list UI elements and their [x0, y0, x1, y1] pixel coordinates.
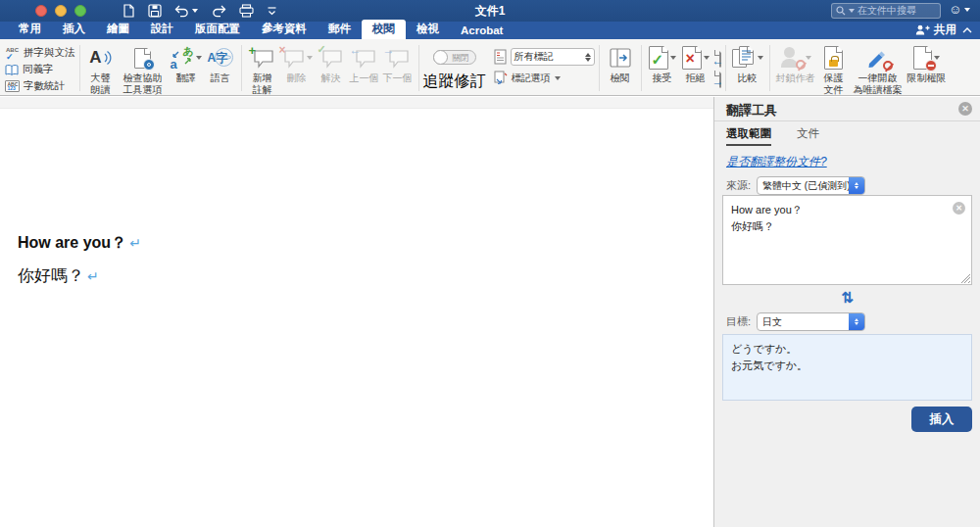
- reviewing-pane-label: 檢閱: [611, 72, 630, 84]
- document-canvas[interactable]: How are you？↵ 你好嗎？↵: [0, 97, 713, 527]
- new-comment-button[interactable]: + 新增註解: [246, 43, 279, 95]
- clear-source-button[interactable]: ✕: [953, 202, 965, 215]
- paragraph-mark-icon: ↵: [87, 269, 99, 284]
- pane-divider: [714, 120, 980, 121]
- translate-button[interactable]: あ a 翻譯: [169, 43, 204, 84]
- add-person-icon: [915, 24, 930, 35]
- tab-insert[interactable]: 插入: [52, 20, 96, 39]
- resize-handle[interactable]: [961, 274, 970, 283]
- tab-view[interactable]: 檢視: [406, 20, 450, 39]
- undo-button[interactable]: [174, 5, 198, 18]
- smiley-icon: ☺: [949, 3, 961, 16]
- ribbon: ABC ✓ 拼字與文法 同義字 ABC 123 字數統計: [0, 39, 980, 96]
- tab-draw[interactable]: 繪圖: [96, 20, 140, 39]
- read-aloud-icon: A: [89, 43, 111, 72]
- spelling-grammar-button[interactable]: ABC ✓ 拼字與文法: [5, 46, 75, 60]
- tab-home[interactable]: 常用: [8, 20, 52, 39]
- always-open-read-only-button[interactable]: 一律開啟為唯讀檔案: [851, 43, 906, 95]
- next-change-button[interactable]: →: [712, 71, 721, 88]
- feedback-caret-icon: [964, 8, 970, 12]
- collapse-ribbon-icon[interactable]: [962, 27, 972, 33]
- block-authors-caret-icon: [806, 56, 811, 60]
- translation-result-text: どうですか。 お元気ですか。: [723, 335, 971, 379]
- minimize-window-button[interactable]: [55, 5, 67, 17]
- pane-tab-selection[interactable]: 選取範圍: [726, 126, 771, 146]
- tab-references[interactable]: 參考資料: [251, 20, 318, 39]
- swap-languages-button[interactable]: ⇅: [714, 289, 980, 307]
- accept-change-button[interactable]: ✓ 接受: [646, 43, 679, 84]
- language-label: 語言: [211, 72, 230, 84]
- reject-caret-icon: [704, 56, 710, 60]
- tab-acrobat[interactable]: Acrobat: [450, 23, 514, 39]
- spelling-grammar-label: 拼字與文法: [24, 46, 75, 60]
- new-document-button[interactable]: [122, 4, 135, 18]
- group-separator: [418, 45, 419, 91]
- select-stepper-icon: [585, 53, 591, 62]
- markup-options-icon: [494, 71, 508, 86]
- delete-comment-label: 刪除: [287, 72, 307, 84]
- zoom-window-button[interactable]: [74, 5, 86, 17]
- close-window-button[interactable]: [35, 5, 47, 17]
- insert-button[interactable]: 插入: [911, 407, 972, 432]
- reviewing-pane-button[interactable]: 檢閱: [604, 43, 637, 84]
- reviewing-pane-icon: [609, 47, 632, 69]
- close-pane-button[interactable]: ✕: [958, 102, 972, 116]
- reject-change-button[interactable]: × 拒絕: [679, 43, 712, 84]
- protect-document-icon: [824, 46, 843, 70]
- delete-comment-button: × 刪除: [279, 43, 315, 84]
- search-input[interactable]: 在文件中搜尋: [831, 3, 941, 19]
- page-top-edge: [0, 97, 713, 109]
- previous-change-button[interactable]: ←: [712, 50, 721, 68]
- reject-change-label: 拒絕: [686, 72, 706, 84]
- word-count-icon: ABC 123: [5, 80, 20, 92]
- print-button[interactable]: [239, 4, 254, 18]
- toggle-state-label: 關閉: [453, 53, 469, 65]
- redo-button[interactable]: [211, 5, 226, 18]
- tab-layout[interactable]: 版面配置: [184, 20, 251, 39]
- spellcheck-icon: ABC ✓: [5, 47, 20, 60]
- translate-caret-icon: [196, 56, 202, 60]
- tab-review[interactable]: 校閱: [362, 20, 406, 39]
- source-language-select[interactable]: 繁體中文 (已偵測到): [757, 176, 865, 195]
- language-globe-icon: A字: [208, 46, 233, 70]
- accept-change-label: 接受: [653, 72, 672, 84]
- toolbar-options-button[interactable]: [267, 6, 277, 17]
- group-separator: [241, 45, 242, 91]
- track-changes-toggle[interactable]: 關閉: [433, 50, 476, 65]
- markup-options-button[interactable]: 標記選項: [494, 71, 595, 86]
- track-changes-label: 追蹤修訂: [423, 72, 486, 92]
- delete-caret-icon: [307, 56, 313, 60]
- source-text-area[interactable]: How are you？ 你好嗎？ ✕: [722, 195, 972, 285]
- search-placeholder: 在文件中搜尋: [858, 4, 916, 18]
- check-accessibility-button[interactable]: 檢查協助工具選項: [118, 43, 169, 95]
- resolve-comment-icon: ✓: [319, 47, 343, 69]
- word-count-button[interactable]: ABC 123 字數統計: [5, 79, 75, 93]
- undo-dropdown-caret-icon[interactable]: [192, 9, 198, 13]
- tab-design[interactable]: 設計: [140, 20, 184, 39]
- resolve-comment-button: ✓ 解決: [315, 43, 348, 84]
- document-text-line2: 你好嗎？: [18, 266, 84, 285]
- delete-comment-icon: ×: [281, 47, 305, 69]
- pane-tab-document[interactable]: 文件: [797, 126, 819, 146]
- protect-document-button[interactable]: 保護文件: [817, 43, 851, 95]
- read-only-pencil-icon: [865, 46, 891, 70]
- save-button[interactable]: [148, 4, 162, 18]
- accept-caret-icon: [670, 56, 676, 60]
- word-count-label: 字數統計: [24, 79, 65, 93]
- read-aloud-button[interactable]: A 大聲朗讀: [84, 43, 118, 95]
- language-button[interactable]: A字 語言: [204, 43, 237, 84]
- target-language-select[interactable]: 日文: [757, 312, 865, 331]
- compare-button[interactable]: 比較: [730, 43, 765, 84]
- target-language-value: 日文: [758, 315, 849, 329]
- tab-mailings[interactable]: 郵件: [318, 20, 362, 39]
- share-button[interactable]: 共用: [915, 23, 956, 37]
- feedback-button[interactable]: ☺: [949, 3, 970, 16]
- restrict-permission-button[interactable]: 限制權限: [906, 43, 949, 84]
- next-comment-button: → 下一個: [381, 43, 415, 84]
- block-authors-label: 封鎖作者: [776, 72, 815, 84]
- translation-pane: 翻譯工具 ✕ 選取範圍 文件 是否翻譯整份文件? 來源: 繁體中文 (已偵測到)…: [713, 97, 980, 527]
- word-window: 文件1 在文件中搜尋 ☺ 常用 插入 繪圖 設計 版面配置 參考資料 郵件 校閱…: [0, 0, 980, 527]
- translate-whole-document-link[interactable]: 是否翻譯整份文件?: [726, 154, 827, 170]
- thesaurus-button[interactable]: 同義字: [5, 63, 75, 76]
- markup-display-select[interactable]: 所有標記: [511, 48, 595, 66]
